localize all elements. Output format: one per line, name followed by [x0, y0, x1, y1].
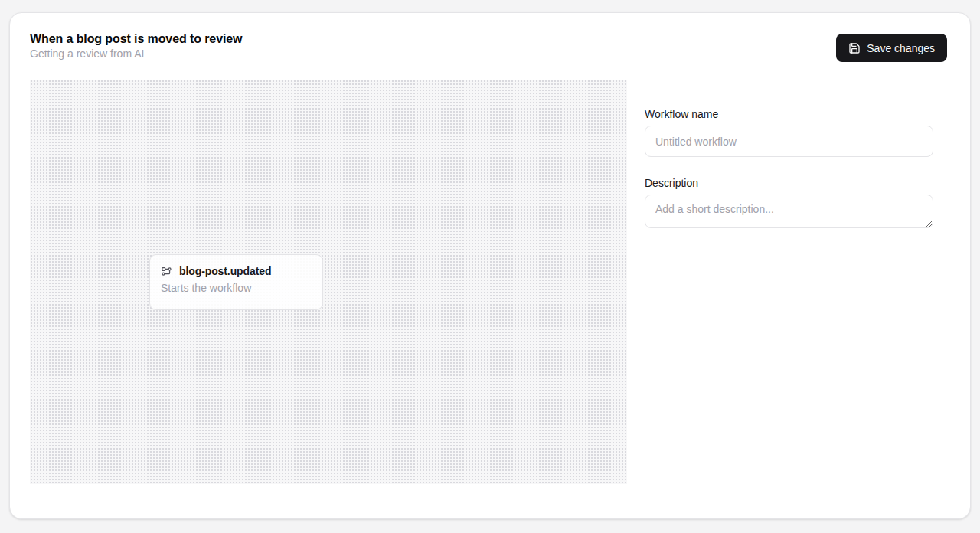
trigger-node-blog-post-updated[interactable]: blog-post.updated Starts the workflow: [149, 254, 323, 310]
workflow-settings-panel: Workflow name Description: [645, 108, 933, 231]
page-title: When a blog post is moved to review: [30, 32, 242, 46]
trigger-node-subtitle: Starts the workflow: [161, 282, 312, 294]
workflow-name-input[interactable]: [645, 126, 933, 157]
description-textarea[interactable]: [645, 195, 933, 228]
page-subtitle: Getting a review from AI: [30, 47, 144, 60]
workflow-name-label: Workflow name: [645, 108, 933, 120]
trigger-node-title: blog-post.updated: [179, 265, 271, 277]
floppy-disk-save-icon: [848, 42, 861, 54]
save-changes-label: Save changes: [867, 42, 935, 54]
workflow-canvas[interactable]: blog-post.updated Starts the workflow: [30, 80, 627, 484]
workflow-icon: [161, 266, 172, 277]
workflow-editor-card: When a blog post is moved to review Gett…: [9, 12, 971, 519]
save-changes-button[interactable]: Save changes: [836, 34, 947, 62]
description-label: Description: [645, 177, 933, 189]
